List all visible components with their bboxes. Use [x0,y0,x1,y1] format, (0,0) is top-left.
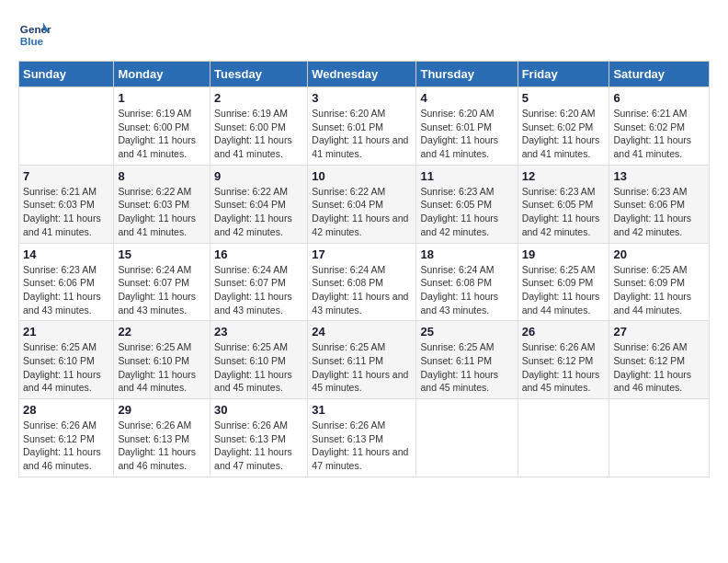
day-info: Sunrise: 6:22 AMSunset: 6:04 PMDaylight:… [214,185,303,239]
day-header-thursday: Thursday [416,62,518,87]
day-number: 26 [522,325,606,339]
day-number: 22 [118,325,206,339]
day-info: Sunrise: 6:26 AMSunset: 6:12 PMDaylight:… [613,340,705,395]
day-info: Sunrise: 6:23 AMSunset: 6:06 PMDaylight:… [23,263,109,317]
day-info: Sunrise: 6:25 AMSunset: 6:10 PMDaylight:… [118,340,206,395]
day-info: Sunrise: 6:19 AMSunset: 6:00 PMDaylight:… [118,107,206,161]
calendar-cell: 26 Sunrise: 6:26 AMSunset: 6:12 PMDaylig… [518,321,609,399]
calendar-header: SundayMondayTuesdayWednesdayThursdayFrid… [19,62,710,87]
calendar-cell: 17 Sunrise: 6:24 AMSunset: 6:08 PMDaylig… [308,243,416,321]
day-info: Sunrise: 6:21 AMSunset: 6:03 PMDaylight:… [23,185,109,239]
day-info: Sunrise: 6:24 AMSunset: 6:08 PMDaylight:… [312,263,412,317]
calendar-cell [19,87,114,166]
day-info: Sunrise: 6:20 AMSunset: 6:01 PMDaylight:… [420,107,513,161]
calendar-cell: 13 Sunrise: 6:23 AMSunset: 6:06 PMDaylig… [609,165,710,243]
day-number: 9 [214,169,303,183]
calendar-week-3: 14 Sunrise: 6:23 AMSunset: 6:06 PMDaylig… [19,243,710,321]
day-info: Sunrise: 6:25 AMSunset: 6:11 PMDaylight:… [312,340,412,395]
page-header: General Blue [18,18,710,52]
calendar-cell [518,399,609,477]
calendar-cell: 19 Sunrise: 6:25 AMSunset: 6:09 PMDaylig… [518,243,609,321]
day-info: Sunrise: 6:26 AMSunset: 6:12 PMDaylight:… [522,340,606,395]
calendar-cell: 10 Sunrise: 6:22 AMSunset: 6:04 PMDaylig… [308,165,416,243]
calendar-cell: 12 Sunrise: 6:23 AMSunset: 6:05 PMDaylig… [518,165,609,243]
day-info: Sunrise: 6:25 AMSunset: 6:11 PMDaylight:… [420,340,513,395]
calendar-cell: 22 Sunrise: 6:25 AMSunset: 6:10 PMDaylig… [114,321,210,399]
day-info: Sunrise: 6:23 AMSunset: 6:05 PMDaylight:… [522,185,606,239]
day-header-saturday: Saturday [609,62,710,87]
day-info: Sunrise: 6:21 AMSunset: 6:02 PMDaylight:… [613,107,705,161]
calendar-cell: 1 Sunrise: 6:19 AMSunset: 6:00 PMDayligh… [114,87,210,166]
calendar-cell: 9 Sunrise: 6:22 AMSunset: 6:04 PMDayligh… [210,165,308,243]
day-info: Sunrise: 6:25 AMSunset: 6:09 PMDaylight:… [613,263,705,317]
day-number: 31 [312,403,412,417]
calendar-cell: 31 Sunrise: 6:26 AMSunset: 6:13 PMDaylig… [308,399,416,477]
day-info: Sunrise: 6:22 AMSunset: 6:04 PMDaylight:… [312,185,412,239]
calendar-cell: 6 Sunrise: 6:21 AMSunset: 6:02 PMDayligh… [609,87,710,166]
day-number: 5 [522,91,606,105]
day-number: 16 [214,247,303,261]
calendar-cell: 27 Sunrise: 6:26 AMSunset: 6:12 PMDaylig… [609,321,710,399]
calendar-cell: 2 Sunrise: 6:19 AMSunset: 6:00 PMDayligh… [210,87,308,166]
calendar-cell: 5 Sunrise: 6:20 AMSunset: 6:02 PMDayligh… [518,87,609,166]
day-number: 28 [23,403,109,417]
day-header-friday: Friday [518,62,609,87]
day-number: 11 [420,169,513,183]
day-number: 6 [613,91,705,105]
day-info: Sunrise: 6:26 AMSunset: 6:13 PMDaylight:… [118,419,206,473]
day-number: 20 [613,247,705,261]
day-info: Sunrise: 6:22 AMSunset: 6:03 PMDaylight:… [118,185,206,239]
day-number: 18 [420,247,513,261]
calendar-cell: 18 Sunrise: 6:24 AMSunset: 6:08 PMDaylig… [416,243,518,321]
calendar-cell [609,399,710,477]
calendar-cell: 16 Sunrise: 6:24 AMSunset: 6:07 PMDaylig… [210,243,308,321]
day-header-tuesday: Tuesday [210,62,308,87]
calendar-cell: 20 Sunrise: 6:25 AMSunset: 6:09 PMDaylig… [609,243,710,321]
day-info: Sunrise: 6:26 AMSunset: 6:12 PMDaylight:… [23,419,109,473]
day-info: Sunrise: 6:25 AMSunset: 6:09 PMDaylight:… [522,263,606,317]
day-info: Sunrise: 6:26 AMSunset: 6:13 PMDaylight:… [312,419,412,473]
calendar-cell: 3 Sunrise: 6:20 AMSunset: 6:01 PMDayligh… [308,87,416,166]
calendar-cell: 14 Sunrise: 6:23 AMSunset: 6:06 PMDaylig… [19,243,114,321]
day-header-wednesday: Wednesday [308,62,416,87]
day-number: 19 [522,247,606,261]
calendar-cell: 30 Sunrise: 6:26 AMSunset: 6:13 PMDaylig… [210,399,308,477]
day-number: 24 [312,325,412,339]
calendar-cell: 7 Sunrise: 6:21 AMSunset: 6:03 PMDayligh… [19,165,114,243]
day-info: Sunrise: 6:23 AMSunset: 6:06 PMDaylight:… [613,185,705,239]
calendar-body: 1 Sunrise: 6:19 AMSunset: 6:00 PMDayligh… [19,87,710,477]
day-info: Sunrise: 6:23 AMSunset: 6:05 PMDaylight:… [420,185,513,239]
day-number: 29 [118,403,206,417]
day-info: Sunrise: 6:19 AMSunset: 6:00 PMDaylight:… [214,107,303,161]
calendar-cell: 24 Sunrise: 6:25 AMSunset: 6:11 PMDaylig… [308,321,416,399]
day-info: Sunrise: 6:25 AMSunset: 6:10 PMDaylight:… [23,340,109,395]
day-number: 17 [312,247,412,261]
logo-icon: General Blue [18,18,51,52]
day-header-sunday: Sunday [19,62,114,87]
day-number: 15 [118,247,206,261]
day-number: 27 [613,325,705,339]
logo: General Blue [18,18,51,52]
day-number: 25 [420,325,513,339]
calendar-cell: 23 Sunrise: 6:25 AMSunset: 6:10 PMDaylig… [210,321,308,399]
day-number: 30 [214,403,303,417]
day-info: Sunrise: 6:24 AMSunset: 6:07 PMDaylight:… [118,263,206,317]
calendar-table: SundayMondayTuesdayWednesdayThursdayFrid… [18,61,710,477]
calendar-week-2: 7 Sunrise: 6:21 AMSunset: 6:03 PMDayligh… [19,165,710,243]
day-number: 14 [23,247,109,261]
calendar-week-5: 28 Sunrise: 6:26 AMSunset: 6:12 PMDaylig… [19,399,710,477]
day-number: 3 [312,91,412,105]
day-info: Sunrise: 6:20 AMSunset: 6:01 PMDaylight:… [312,107,412,161]
day-number: 13 [613,169,705,183]
day-number: 21 [23,325,109,339]
calendar-cell: 28 Sunrise: 6:26 AMSunset: 6:12 PMDaylig… [19,399,114,477]
calendar-cell: 29 Sunrise: 6:26 AMSunset: 6:13 PMDaylig… [114,399,210,477]
day-number: 23 [214,325,303,339]
day-number: 12 [522,169,606,183]
calendar-cell: 4 Sunrise: 6:20 AMSunset: 6:01 PMDayligh… [416,87,518,166]
day-number: 8 [118,169,206,183]
calendar-week-4: 21 Sunrise: 6:25 AMSunset: 6:10 PMDaylig… [19,321,710,399]
day-number: 2 [214,91,303,105]
day-info: Sunrise: 6:25 AMSunset: 6:10 PMDaylight:… [214,340,303,395]
day-info: Sunrise: 6:20 AMSunset: 6:02 PMDaylight:… [522,107,606,161]
